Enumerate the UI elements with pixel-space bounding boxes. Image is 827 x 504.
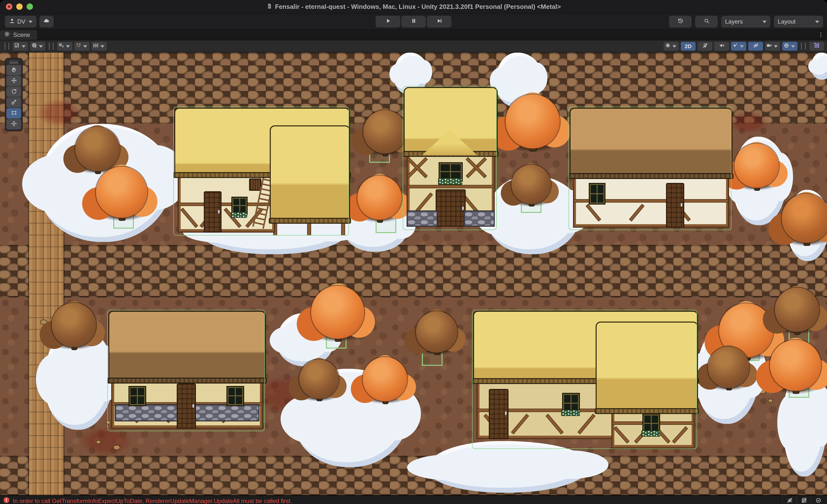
tab-scene[interactable]: Scene xyxy=(0,30,37,40)
layout-label: Layout xyxy=(778,18,795,25)
chevron-down-icon xyxy=(815,20,819,23)
tree-orange[interactable] xyxy=(734,144,779,188)
error-icon xyxy=(3,497,10,504)
sphere-icon xyxy=(665,42,671,51)
bug-off-icon xyxy=(786,497,793,504)
ruler-icon xyxy=(93,42,99,51)
transform-icon xyxy=(11,120,17,128)
tree-orange[interactable] xyxy=(311,286,364,339)
tree-brown[interactable] xyxy=(708,347,749,388)
house[interactable] xyxy=(473,311,696,448)
tree-brown[interactable] xyxy=(416,311,457,352)
unity-editor-window: Fensalir - eternal-quest - Windows, Mac,… xyxy=(0,0,827,504)
tree-orange[interactable] xyxy=(363,357,407,401)
tree-foliage xyxy=(512,165,551,204)
move-tool-button[interactable] xyxy=(6,76,21,86)
gizmo-icon xyxy=(783,42,790,51)
tree-brown[interactable] xyxy=(775,288,819,332)
cloud-services-button[interactable] xyxy=(39,16,53,27)
gizmo-button[interactable] xyxy=(782,42,797,51)
bulb-off-button[interactable] xyxy=(697,42,712,51)
mode-2d-toggle[interactable]: 2D xyxy=(681,42,695,51)
eye-off-button[interactable] xyxy=(748,42,763,51)
undo-history-button[interactable] xyxy=(669,16,692,27)
check-circle-button[interactable] xyxy=(811,496,825,504)
tree-brown[interactable] xyxy=(52,303,96,347)
scene-viewport[interactable] xyxy=(0,53,827,495)
camera-button[interactable] xyxy=(765,42,780,51)
pivot-button[interactable] xyxy=(13,42,28,51)
chevron-down-icon xyxy=(39,45,43,48)
cache-off-button[interactable] xyxy=(796,496,811,504)
window-title-text: Fensalir - eternal-quest - Windows, Mac,… xyxy=(275,3,561,10)
tab-menu-button[interactable] xyxy=(818,31,824,40)
traffic-lights xyxy=(6,3,33,10)
tree-orange[interactable] xyxy=(505,95,560,149)
tree-foliage xyxy=(770,340,821,391)
globe-button[interactable] xyxy=(30,42,45,51)
sphere-button[interactable] xyxy=(664,42,679,51)
hand-icon xyxy=(11,66,17,74)
zoom-window-button[interactable] xyxy=(27,3,33,10)
pebble xyxy=(96,440,101,444)
magnet-button[interactable] xyxy=(74,42,90,51)
ruler-button[interactable] xyxy=(92,42,107,51)
selection-outline xyxy=(107,310,265,431)
house[interactable] xyxy=(404,87,496,229)
toolbar-drag-handle[interactable] xyxy=(4,43,9,50)
play-icon xyxy=(385,18,391,25)
scale-tool-button[interactable] xyxy=(6,97,21,108)
grid-y-button[interactable]: Y xyxy=(57,42,72,51)
toolbar-drag-handle[interactable] xyxy=(801,43,806,50)
scene-canvas[interactable] xyxy=(0,53,827,495)
tab-row: Scene xyxy=(0,30,827,40)
fx-button[interactable] xyxy=(731,42,746,51)
house[interactable] xyxy=(570,108,731,229)
tree-foliage xyxy=(782,194,827,243)
rotate-icon xyxy=(11,87,17,96)
account-label: DV xyxy=(17,18,26,25)
rect-tool-button[interactable] xyxy=(6,108,21,118)
close-window-button[interactable] xyxy=(6,3,12,10)
tree-foliage xyxy=(416,311,457,352)
layout-dropdown[interactable]: Layout xyxy=(774,16,823,27)
tree-brown[interactable] xyxy=(75,127,119,171)
rotate-tool-button[interactable] xyxy=(6,87,21,97)
chevron-down-icon xyxy=(672,45,676,48)
grid9-button[interactable] xyxy=(809,42,824,51)
account-dropdown[interactable]: DV xyxy=(5,16,36,27)
tree-brown[interactable] xyxy=(299,359,339,399)
layers-dropdown[interactable]: Layers xyxy=(721,16,770,27)
chevron-down-icon xyxy=(22,45,26,48)
search-button[interactable] xyxy=(695,16,718,27)
tree-foliage xyxy=(96,167,147,218)
search-icon xyxy=(703,18,710,25)
layers-label: Layers xyxy=(725,18,743,25)
audio-off-button[interactable] xyxy=(714,42,729,51)
tree-foliage xyxy=(708,347,749,388)
tree-orange[interactable] xyxy=(357,175,402,220)
tree-brown[interactable] xyxy=(363,110,406,153)
hand-tool-button[interactable] xyxy=(6,65,21,75)
tree-foliage xyxy=(505,95,560,149)
tools-overlay xyxy=(5,58,22,131)
tree-orange[interactable] xyxy=(770,340,821,391)
tree-brown[interactable] xyxy=(512,165,551,204)
house[interactable] xyxy=(174,108,348,234)
transform-tool-button[interactable] xyxy=(6,119,21,129)
toolbar-drag-handle[interactable] xyxy=(49,43,54,50)
bug-off-button[interactable] xyxy=(782,496,796,504)
window-title: Fensalir - eternal-quest - Windows, Mac,… xyxy=(266,3,561,11)
tree-foliage xyxy=(75,127,119,171)
pause-button[interactable] xyxy=(401,16,426,27)
house[interactable] xyxy=(108,311,264,430)
mode-2d-label: 2D xyxy=(682,43,694,49)
minimize-window-button[interactable] xyxy=(16,3,22,10)
tree-orange[interactable] xyxy=(96,167,147,218)
overlay-drag-handle[interactable] xyxy=(9,60,18,64)
console-error-message[interactable]: In order to call GetTransformInfoExpectU… xyxy=(13,498,292,504)
tree-rust[interactable] xyxy=(782,194,827,243)
selection-outline xyxy=(403,86,497,230)
step-button[interactable] xyxy=(427,16,451,27)
play-button[interactable] xyxy=(376,16,400,27)
